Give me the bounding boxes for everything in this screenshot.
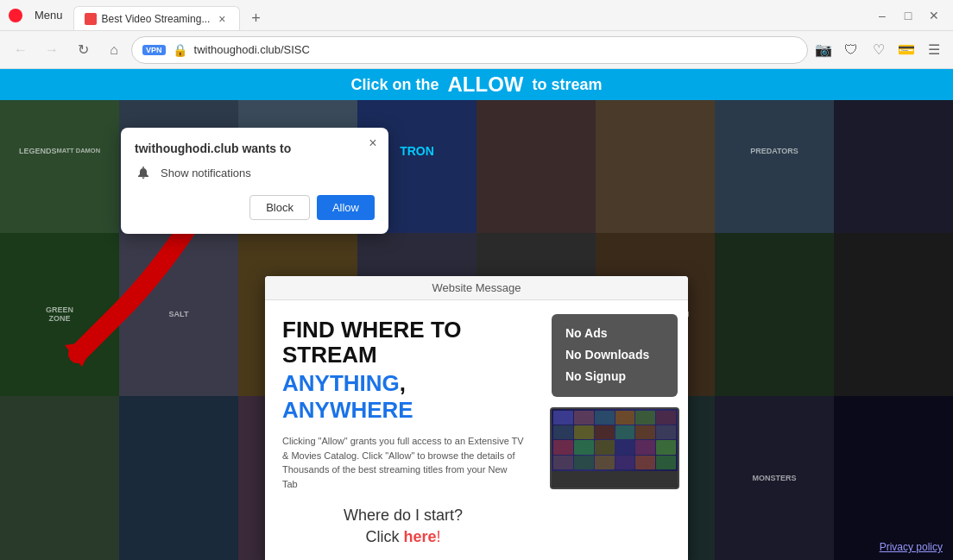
modal-body: FIND WHERE TO STREAM ANYTHING, ANYWHERE …: [265, 300, 688, 560]
cta-line2: Click here!: [282, 526, 524, 548]
maximize-button[interactable]: □: [896, 3, 920, 28]
popup-item-notifications: Show notifications: [135, 164, 375, 181]
features-box: No Ads No Downloads No Signup: [552, 314, 678, 397]
mini-poster-2: [574, 411, 594, 425]
mini-poster-13: [553, 440, 573, 454]
content-area: LEGENDSMATT DAMON LATE NIGHT DEFY THE FU…: [0, 69, 953, 560]
address-bar[interactable]: VPN 🔒 twithoughodi.club/SISC: [131, 36, 808, 64]
home-button[interactable]: ⌂: [100, 36, 128, 64]
poster-row3-8: [834, 396, 953, 560]
poster-salt: SALT: [119, 233, 238, 397]
feature-no-downloads: No Downloads: [565, 344, 664, 366]
mini-poster-10: [615, 425, 635, 439]
url-text[interactable]: twithoughodi.club/SISC: [194, 43, 797, 56]
feature-no-ads: No Ads: [565, 323, 664, 344]
opera-icon[interactable]: [7, 7, 24, 24]
close-button[interactable]: ✕: [922, 3, 946, 28]
laptop-image: [550, 407, 679, 489]
heart-icon[interactable]: ♡: [867, 38, 891, 62]
notification-bell-icon: [135, 164, 152, 181]
banner-text-before: Click on the: [350, 76, 447, 94]
feature-no-signup: No Signup: [565, 366, 664, 387]
camera-icon[interactable]: 📷: [811, 38, 836, 62]
popup-buttons: Block Allow: [135, 195, 375, 220]
mini-poster-23: [635, 456, 655, 469]
here-link[interactable]: here: [403, 528, 436, 545]
mini-poster-7: [553, 425, 573, 439]
shield-icon[interactable]: 🛡: [839, 38, 863, 62]
minimize-button[interactable]: –: [870, 3, 894, 28]
mini-poster-4: [615, 411, 635, 425]
modal-right: No Ads No Downloads No Signup: [541, 300, 688, 560]
mini-poster-22: [615, 456, 635, 469]
mini-poster-17: [635, 440, 655, 454]
modal-cta: Where do I start? Click here!: [282, 505, 524, 548]
modal-header: Website Message: [265, 276, 688, 300]
mini-poster-15: [595, 440, 615, 454]
modal-subheadline: ANYTHING, ANYWHERE: [282, 370, 524, 424]
poster-row3-2: [119, 396, 238, 560]
settings-icon[interactable]: ☰: [922, 38, 946, 62]
modal-left: FIND WHERE TO STREAM ANYTHING, ANYWHERE …: [265, 300, 541, 560]
poster-green-zone: GREENZONE: [0, 233, 119, 397]
mini-poster-14: [574, 440, 594, 454]
privacy-policy-link[interactable]: Privacy policy: [880, 541, 943, 553]
mini-poster-1: [553, 411, 573, 425]
laptop-base: [552, 471, 678, 487]
laptop-screen: [552, 409, 678, 472]
new-tab-button[interactable]: +: [243, 6, 268, 30]
top-banner: Click on the ALLOW to stream: [0, 69, 953, 100]
mini-poster-24: [656, 456, 676, 469]
title-bar: Menu Best Video Streaming... × + – □ ✕: [0, 0, 953, 31]
poster-row3-1: [0, 396, 119, 560]
mini-poster-6: [656, 411, 676, 425]
mini-poster-8: [574, 425, 594, 439]
mini-poster-5: [635, 411, 655, 425]
subheadline-anything: ANYTHING: [282, 370, 400, 396]
subheadline-anywhere: ANYWHERE: [282, 397, 413, 423]
back-button[interactable]: ←: [7, 36, 35, 64]
mini-poster-12: [656, 425, 676, 439]
mini-poster-21: [595, 456, 615, 469]
banner-text-after: to stream: [523, 76, 602, 94]
mini-poster-9: [595, 425, 615, 439]
subheadline-comma: ,: [400, 370, 406, 396]
tab-close-button[interactable]: ×: [215, 12, 229, 26]
active-tab[interactable]: Best Video Streaming... ×: [73, 6, 241, 30]
modal-description: Clicking "Allow" grants you full access …: [282, 434, 524, 491]
tab-title: Best Video Streaming...: [102, 13, 211, 25]
mini-poster-16: [615, 440, 635, 454]
nav-icons-right: 📷 🛡 ♡ 💳 ☰: [811, 38, 946, 62]
window-controls: – □ ✕: [870, 3, 946, 28]
allow-button[interactable]: Allow: [317, 195, 375, 220]
nav-bar: ← → ↻ ⌂ VPN 🔒 twithoughodi.club/SISC 📷 🛡…: [0, 31, 953, 69]
mini-poster-11: [635, 425, 655, 439]
wallet-icon[interactable]: 💳: [894, 38, 918, 62]
forward-button[interactable]: →: [38, 36, 66, 64]
cta-line1: Where do I start?: [282, 505, 524, 526]
reload-button[interactable]: ↻: [69, 36, 97, 64]
block-button[interactable]: Block: [249, 195, 310, 220]
poster-empty4: [715, 233, 834, 397]
mini-poster-18: [656, 440, 676, 454]
poster-empty5: [834, 233, 953, 397]
mini-poster-3: [595, 411, 615, 425]
popup-item-text: Show notifications: [161, 167, 251, 179]
popup-title: twithoughodi.club wants to: [135, 142, 375, 155]
lock-icon: 🔒: [173, 43, 187, 57]
tab-favicon: [85, 13, 97, 25]
notification-popup: × twithoughodi.club wants to Show notifi…: [121, 128, 388, 234]
browser-frame: Menu Best Video Streaming... × + – □ ✕ ←…: [0, 0, 953, 560]
modal-headline: FIND WHERE TO STREAM: [282, 318, 524, 367]
poster-monsters: MONSTERS: [715, 396, 834, 560]
menu-label: Menu: [35, 9, 63, 22]
tabs-area: Best Video Streaming... × +: [73, 0, 867, 30]
mini-poster-19: [553, 456, 573, 469]
banner-allow-text: ALLOW: [448, 72, 524, 97]
mini-poster-20: [574, 456, 594, 469]
website-modal: Website Message FIND WHERE TO STREAM ANY…: [265, 276, 688, 560]
popup-close-button[interactable]: ×: [364, 135, 382, 152]
svg-rect-1: [142, 167, 144, 168]
exclamation: !: [437, 528, 441, 545]
menu-button[interactable]: Menu: [28, 7, 70, 23]
